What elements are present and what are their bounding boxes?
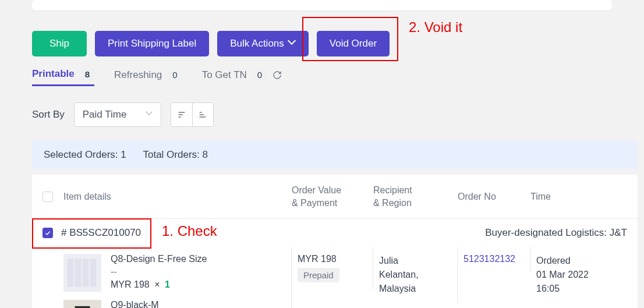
recipient-region: Kelantan, Malaysia	[379, 268, 451, 296]
th-recipient-l1: Recipient	[373, 184, 458, 197]
th-recipient: Recipient & Region	[373, 184, 458, 209]
svg-rect-8	[75, 259, 82, 287]
sort-asc-button[interactable]	[192, 103, 213, 126]
annotation-void-text: 2. Void it	[409, 19, 462, 36]
order-value: MYR 198	[298, 254, 367, 264]
th-order-value: Order Value & Payment	[292, 184, 373, 209]
th-order-value-l1: Order Value	[292, 184, 373, 197]
table-header-row: Item details Order Value & Payment Recip…	[32, 175, 638, 218]
chevron-down-icon	[147, 112, 153, 118]
product-thumbnail	[63, 300, 101, 308]
bulk-actions-button[interactable]: Bulk Actions	[217, 31, 309, 56]
annotation-check-text: 1. Check	[162, 223, 217, 239]
th-order-value-l2: & Payment	[292, 197, 373, 210]
tab-refreshing-label: Refreshing	[114, 69, 162, 81]
tabs: Printable 8 Refreshing 0 To Get TN 0	[32, 68, 638, 86]
tab-refreshing-count: 0	[168, 69, 182, 80]
order-row: # BS5SCZ010070 Buyer-designated Logistic…	[32, 218, 638, 308]
sort-by-value: Paid Time	[83, 109, 127, 121]
tab-printable-label: Printable	[32, 68, 75, 80]
sort-desc-button[interactable]	[171, 103, 192, 126]
order-items: Q8-Design E-Free Size -- MYR 198 × 1	[63, 247, 292, 308]
svg-rect-10	[90, 259, 97, 287]
order-value-cell: MYR 198 Prepaid	[292, 247, 373, 289]
recipient-cell: Julia Kelantan, Malaysia	[373, 247, 458, 303]
void-order-button[interactable]: Void Order	[317, 31, 390, 56]
selected-orders-text: Selected Orders: 1	[44, 149, 126, 160]
order-header: # BS5SCZ010070 Buyer-designated Logistic…	[32, 219, 638, 247]
tab-to-get-tn-count: 0	[253, 69, 267, 80]
tab-refreshing[interactable]: Refreshing 0	[114, 69, 182, 86]
line-item: Q8-Design E-Free Size -- MYR 198 × 1	[63, 254, 285, 292]
product-sub: --	[111, 267, 207, 277]
recipient-name: Julia	[379, 254, 451, 268]
line-item: Q9-black-M	[63, 300, 285, 308]
selection-summary-bar: Selected Orders: 1 Total Orders: 8	[32, 141, 638, 169]
product-times: ×	[154, 279, 160, 289]
order-no-link[interactable]: 5123132132	[463, 254, 515, 264]
tab-printable-count: 8	[80, 69, 94, 80]
orders-table: Item details Order Value & Payment Recip…	[32, 175, 638, 308]
refresh-icon[interactable]	[273, 70, 282, 80]
time-cell: Ordered 01 Mar 2022 16:05	[530, 247, 618, 303]
sort-by-select[interactable]: Paid Time	[74, 102, 161, 127]
total-orders-text: Total Orders: 8	[143, 149, 208, 160]
product-price-line: MYR 198 × 1	[111, 279, 207, 290]
sort-direction-group	[171, 102, 214, 127]
ship-button[interactable]: Ship	[32, 31, 87, 56]
product-price: MYR 198	[111, 279, 150, 289]
product-name: Q9-black-M	[111, 300, 159, 308]
order-time: 01 Mar 2022 16:05	[536, 268, 612, 296]
top-card-edge	[32, 0, 612, 10]
order-no-cell: 5123132132	[458, 247, 530, 271]
svg-rect-9	[83, 259, 89, 287]
toolbar: Ship Print Shipping Label Bulk Actions V…	[32, 31, 638, 56]
payment-badge: Prepaid	[298, 268, 339, 282]
order-checkbox[interactable]	[43, 228, 53, 238]
th-recipient-l2: & Region	[373, 197, 458, 210]
select-all-checkbox[interactable]	[43, 192, 53, 202]
sort-row: Sort By Paid Time	[32, 102, 638, 127]
sort-by-label: Sort By	[32, 109, 65, 121]
th-order-no: Order No	[458, 192, 530, 202]
order-number: # BS5SCZ010070	[61, 227, 141, 239]
tab-to-get-tn-label: To Get TN	[202, 69, 247, 81]
svg-rect-7	[68, 259, 74, 287]
chevron-down-icon	[289, 40, 296, 47]
bulk-actions-label: Bulk Actions	[230, 38, 284, 49]
print-shipping-label-button[interactable]: Print Shipping Label	[95, 31, 209, 56]
order-status: Ordered	[536, 254, 612, 268]
th-item-details: Item details	[63, 192, 292, 202]
tab-printable[interactable]: Printable 8	[32, 68, 94, 86]
product-qty: 1	[165, 279, 170, 289]
order-body: Q8-Design E-Free Size -- MYR 198 × 1	[32, 247, 638, 308]
order-logistics: Buyer-designated Logistics: J&T	[485, 227, 627, 239]
tab-to-get-tn[interactable]: To Get TN 0	[202, 69, 282, 86]
product-name: Q8-Design E-Free Size	[111, 254, 207, 264]
th-time: Time	[530, 192, 600, 202]
product-thumbnail	[63, 254, 101, 292]
